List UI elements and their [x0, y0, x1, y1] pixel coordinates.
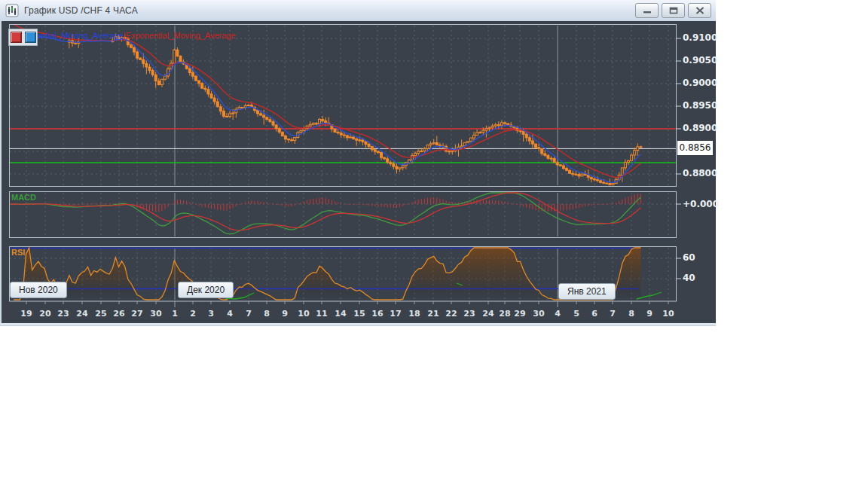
titlebar[interactable]: График USD /CHF 4 ЧАСА — [0, 0, 716, 22]
chart-icon — [5, 4, 19, 17]
rsi-axis-label[interactable]: 40 — [683, 273, 695, 283]
time-axis-label[interactable]: 10 — [659, 309, 678, 319]
time-axis-label[interactable]: 30 — [146, 309, 166, 319]
price-axis-label[interactable]: 0.9050 — [683, 55, 717, 66]
time-axis-label[interactable]: 9 — [640, 309, 659, 319]
time-axis-label[interactable]: 3 — [201, 309, 221, 319]
window-title: График USD /CHF 4 ЧАСА — [24, 5, 138, 16]
time-axis-label[interactable]: 23 — [53, 309, 73, 319]
time-axis-label[interactable]: 29 — [510, 309, 530, 319]
chart-area[interactable]: ential_Moving_Average|Exponential_Moving… — [0, 21, 716, 323]
time-axis-label[interactable]: 15 — [350, 309, 369, 319]
time-axis-label[interactable]: 4 — [548, 309, 567, 319]
time-axis-label[interactable]: 4 — [220, 309, 240, 319]
month-label: Нов 2020 — [10, 282, 67, 298]
indicator-buttons — [8, 29, 38, 46]
restore-icon — [669, 7, 678, 14]
time-axis-label[interactable]: 23 — [460, 309, 479, 319]
time-axis-label[interactable]: 21 — [423, 309, 443, 319]
current-price-box: 0.8856 — [677, 141, 713, 155]
time-axis-label[interactable]: 27 — [127, 309, 147, 319]
time-axis-label[interactable]: 18 — [405, 309, 424, 319]
time-axis-label[interactable]: 6 — [585, 309, 604, 319]
month-label: Дек 2020 — [178, 282, 234, 298]
time-axis-label[interactable]: 5 — [567, 309, 586, 319]
window-bottom-border — [0, 323, 716, 326]
time-axis-label[interactable]: 2 — [183, 309, 203, 319]
macd-label: MACD — [11, 193, 36, 202]
time-axis-label[interactable]: 9 — [275, 309, 295, 319]
restore-button[interactable] — [662, 3, 685, 18]
time-axis-label[interactable]: 25 — [91, 309, 111, 319]
time-axis-label[interactable]: 11 — [312, 309, 332, 319]
time-axis-label[interactable]: 14 — [331, 309, 350, 319]
ema-fast-label: ential_Moving_Average — [37, 31, 124, 40]
time-axis-label[interactable]: 10 — [294, 309, 313, 319]
rsi-label: RSI — [11, 248, 25, 257]
time-axis-label[interactable]: 17 — [386, 309, 405, 319]
indicator-labels: ential_Moving_Average|Exponential_Moving… — [37, 31, 236, 40]
window-controls — [635, 3, 711, 18]
rsi-axis-label[interactable]: 60 — [683, 252, 695, 263]
time-axis-label[interactable]: 20 — [35, 309, 55, 319]
ema-slow-label: Exponential_Moving_Average — [126, 31, 236, 40]
month-label: Янв 2021 — [558, 283, 616, 300]
close-icon — [695, 7, 704, 14]
time-axis-label[interactable]: 1 — [165, 309, 185, 319]
time-axis-label[interactable]: 22 — [442, 309, 461, 319]
time-axis-label[interactable]: 8 — [622, 309, 641, 319]
chart-canvas[interactable] — [0, 21, 716, 323]
time-axis-label[interactable]: 26 — [109, 309, 129, 319]
time-axis-label[interactable]: 7 — [603, 309, 622, 319]
price-axis-label[interactable]: 0.8900 — [683, 123, 717, 133]
macd-axis-value: +0.000 — [683, 199, 719, 209]
time-axis-label[interactable]: 24 — [72, 309, 92, 319]
chart-window: График USD /CHF 4 ЧАСА ential_Moving_Ave… — [0, 0, 716, 325]
price-axis-label[interactable]: 0.9000 — [683, 78, 717, 88]
price-axis-label[interactable]: 0.9100 — [683, 32, 717, 43]
time-axis-label[interactable]: 7 — [239, 309, 258, 319]
time-axis-label[interactable]: 19 — [17, 309, 36, 319]
blue-square-button[interactable] — [25, 32, 36, 43]
price-axis-label[interactable]: 0.8950 — [683, 100, 717, 111]
time-axis-label[interactable]: 30 — [529, 309, 549, 319]
price-axis-label[interactable]: 0.8800 — [683, 168, 717, 178]
minimize-icon — [643, 7, 652, 14]
time-axis-label[interactable]: 16 — [368, 309, 387, 319]
time-axis-label[interactable]: 8 — [257, 309, 277, 319]
rsi-fill — [14, 248, 640, 301]
close-button[interactable] — [688, 3, 711, 18]
red-square-button[interactable] — [11, 32, 22, 43]
ema-fast-line — [11, 36, 640, 182]
minimize-button[interactable] — [635, 3, 659, 18]
macd-histogram — [11, 194, 640, 212]
